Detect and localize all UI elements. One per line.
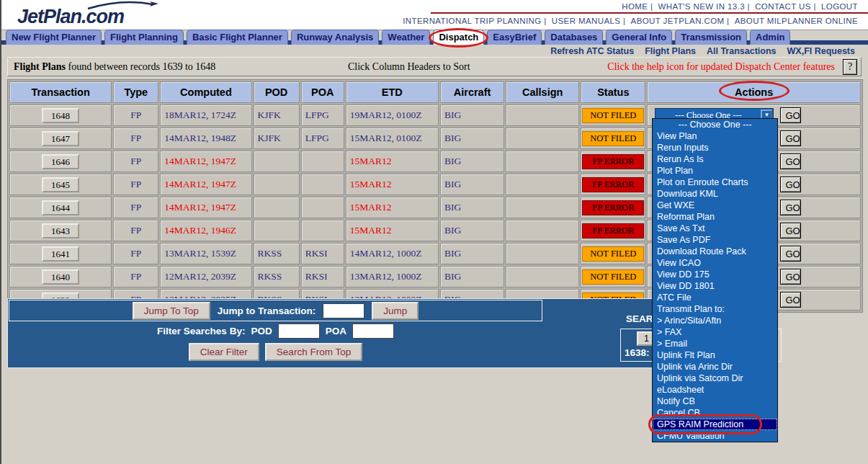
transaction-button[interactable]: 1646: [42, 154, 79, 169]
col-transaction[interactable]: Transaction: [9, 81, 112, 103]
poa-label: POA: [326, 326, 346, 336]
search-from-top-button[interactable]: Search From Top: [265, 343, 362, 361]
transaction-button[interactable]: 1647: [42, 131, 79, 146]
menu-item[interactable]: --- Choose One ---: [653, 119, 777, 130]
tab-new-flight-planner[interactable]: New Flight Planner: [6, 30, 102, 45]
menu-item[interactable]: Plot on Enroute Charts: [653, 177, 777, 188]
menu-item[interactable]: View DD 1801: [653, 280, 777, 292]
go-button[interactable]: GO: [780, 246, 801, 262]
type-cell: FP: [113, 197, 158, 218]
help-button[interactable]: ?: [843, 59, 857, 75]
menu-item[interactable]: Notify CB: [653, 396, 777, 407]
clear-filter-button[interactable]: Clear Filter: [189, 343, 259, 361]
menu-item[interactable]: ATC File: [653, 292, 777, 303]
menu-item[interactable]: Cancel CB: [653, 407, 777, 419]
go-button[interactable]: GO: [780, 269, 801, 285]
go-button[interactable]: GO: [780, 107, 801, 123]
poa-cell: [301, 151, 344, 172]
menu-item[interactable]: Uplink via Satcom Dir: [653, 372, 777, 384]
jump-button[interactable]: Jump: [372, 302, 419, 320]
tab-weather[interactable]: Weather: [382, 30, 430, 45]
transaction-button[interactable]: 1644: [42, 200, 79, 215]
tab-flight-planning[interactable]: Flight Planning: [104, 30, 184, 45]
menu-item[interactable]: Uplink via Arinc Dir: [653, 361, 777, 372]
go-button[interactable]: GO: [780, 200, 801, 215]
transaction-button[interactable]: 1648: [42, 108, 79, 123]
whats-new-link[interactable]: WHAT'S NEW IN 13.3: [648, 2, 745, 11]
transaction-button[interactable]: 1645: [42, 177, 79, 192]
status-badge: NOT FILED: [582, 108, 644, 123]
menu-item[interactable]: Transmit Plan to:: [653, 303, 777, 315]
go-button[interactable]: GO: [780, 292, 801, 308]
menu-item[interactable]: Save As PDF: [653, 234, 777, 246]
menu-item[interactable]: eLoadsheet: [653, 384, 777, 396]
all-transactions-link[interactable]: All Transactions: [707, 46, 777, 56]
pod-filter-input[interactable]: [278, 324, 320, 339]
col-etd[interactable]: ETD: [346, 81, 439, 103]
about-milplanner-link[interactable]: ABOUT MILPLANNER ONLINE: [725, 17, 859, 25]
col-pod[interactable]: POD: [254, 81, 300, 103]
menu-item[interactable]: Rerun As Is: [653, 153, 777, 165]
go-button[interactable]: GO: [780, 177, 801, 192]
tab-databases[interactable]: Databases: [545, 30, 603, 45]
col-computed[interactable]: Computed: [160, 81, 251, 103]
international-trip-planning-link[interactable]: INTERNATIONAL TRIP PLANNING: [403, 17, 542, 25]
contact-us-link[interactable]: CONTACT US: [745, 2, 811, 11]
aircraft-cell: BIG: [440, 197, 504, 218]
col-type[interactable]: Type: [113, 81, 158, 103]
tab-admin[interactable]: Admin: [750, 30, 790, 45]
tab-runway-analysis[interactable]: Runway Analysis: [291, 30, 379, 45]
user-manuals-link[interactable]: USER MANUALS: [542, 17, 621, 25]
etd-cell: 15MAR12: [346, 220, 439, 241]
menu-item[interactable]: View DD 175: [653, 269, 777, 280]
menu-item[interactable]: Reformat Plan: [653, 211, 777, 223]
flight-plans-link[interactable]: Flight Plans: [645, 46, 696, 56]
home-link[interactable]: HOME: [622, 2, 648, 11]
col-status[interactable]: Status: [581, 81, 645, 103]
go-button[interactable]: GO: [780, 223, 801, 238]
transaction-button[interactable]: 1640: [42, 269, 79, 285]
menu-item[interactable]: Plot Plan: [653, 165, 777, 177]
transaction-button[interactable]: 1643: [42, 223, 79, 238]
menu-item[interactable]: CFMU Validation: [653, 430, 777, 442]
transaction-button[interactable]: 1641: [42, 246, 79, 262]
etd-cell: 15MAR12: [346, 151, 439, 172]
airplane-swoosh-icon: [86, 0, 158, 10]
menu-item[interactable]: Get WXE: [653, 200, 777, 211]
menu-item[interactable]: Rerun Inputs: [653, 142, 777, 153]
tab-easybrief[interactable]: EasyBrief: [487, 30, 542, 45]
refresh-atc-status-link[interactable]: Refresh ATC Status: [550, 46, 634, 56]
pod-cell: [254, 220, 300, 241]
logout-link[interactable]: LOGOUT: [811, 2, 858, 11]
menu-item[interactable]: Save As Txt: [653, 223, 777, 234]
go-button[interactable]: GO: [780, 153, 801, 169]
menu-item-selected[interactable]: GPS RAIM Prediction: [653, 419, 777, 430]
col-poa[interactable]: POA: [301, 81, 344, 103]
aircraft-cell: BIG: [440, 266, 504, 287]
tab-transmission[interactable]: Transmission: [675, 30, 747, 45]
wxfi-requests-link[interactable]: WX,FI Requests: [787, 46, 855, 56]
tab-basic-flight-planner[interactable]: Basic Flight Planner: [187, 30, 288, 45]
aircraft-cell: BIG: [440, 151, 504, 172]
menu-item[interactable]: Download Route Pack: [653, 246, 777, 257]
tab-dispatch[interactable]: Dispatch: [433, 30, 484, 45]
menu-item[interactable]: View Plan: [653, 130, 777, 142]
menu-item[interactable]: View ICAO: [653, 257, 777, 269]
jump-to-transaction-input[interactable]: [323, 303, 364, 318]
menu-item[interactable]: Uplink Flt Plan: [653, 349, 777, 361]
poa-filter-input[interactable]: [352, 324, 394, 339]
about-jetplan-link[interactable]: ABOUT JETPLAN.COM: [620, 17, 724, 25]
jump-to-top-button[interactable]: Jump To Top: [133, 302, 210, 320]
col-aircraft[interactable]: Aircraft: [440, 81, 504, 103]
poa-cell: [301, 220, 344, 241]
tab-general-info[interactable]: General Info: [606, 30, 672, 45]
menu-item[interactable]: > FAX: [653, 326, 777, 338]
menu-item[interactable]: > Email: [653, 338, 777, 349]
computed-cell: 14MAR12, 1947Z: [160, 174, 251, 195]
go-button[interactable]: GO: [780, 130, 801, 146]
menu-item[interactable]: Download KML: [653, 188, 777, 200]
menu-item[interactable]: > Arinc/Sita/Aftn: [653, 315, 777, 326]
poa-cell: [301, 197, 344, 218]
col-actions[interactable]: Actions: [647, 81, 861, 103]
col-callsign[interactable]: Callsign: [506, 81, 579, 103]
